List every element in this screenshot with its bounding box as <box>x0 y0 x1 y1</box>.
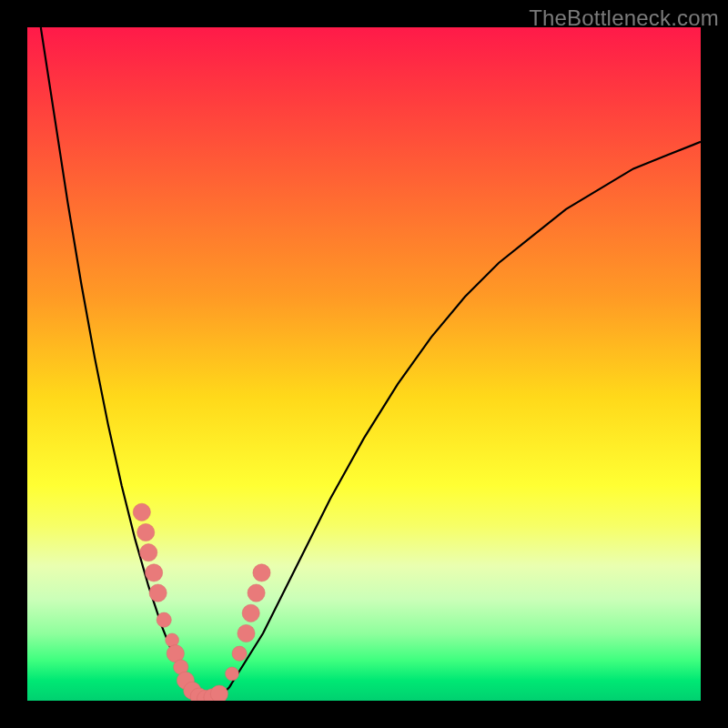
data-marker <box>232 646 247 661</box>
data-marker <box>253 564 270 581</box>
data-marker <box>167 645 184 662</box>
data-marker <box>248 584 265 602</box>
data-marker <box>140 544 157 561</box>
bottleneck-curve <box>41 27 701 701</box>
data-marker <box>226 667 239 681</box>
data-marker <box>242 604 259 622</box>
data-marker <box>174 660 188 674</box>
data-marker <box>190 688 207 701</box>
data-marker <box>238 624 255 642</box>
chart-svg <box>27 27 701 701</box>
data-marker <box>157 612 171 627</box>
curve-layer <box>41 27 701 701</box>
chart-frame: TheBottleneck.com <box>0 0 728 728</box>
plot-area <box>27 27 701 701</box>
watermark-text: TheBottleneck.com <box>529 5 719 31</box>
data-marker <box>146 564 163 581</box>
data-marker <box>210 685 228 701</box>
data-marker <box>133 503 150 521</box>
data-marker <box>204 689 221 701</box>
data-marker <box>166 633 179 647</box>
data-marker <box>197 690 215 701</box>
marker-layer <box>133 503 270 701</box>
data-marker <box>184 682 201 699</box>
data-marker <box>149 584 167 602</box>
data-marker <box>177 672 194 689</box>
data-marker <box>137 523 155 541</box>
